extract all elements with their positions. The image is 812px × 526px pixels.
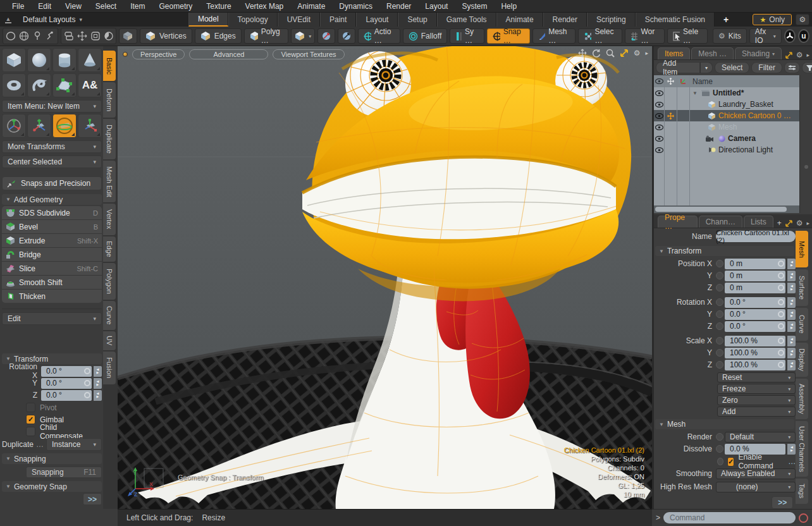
move-flag-icon[interactable]	[665, 110, 677, 121]
menu-item[interactable]: Item	[123, 2, 152, 11]
props-tab-surface[interactable]: Surface	[796, 269, 808, 306]
props-tab-display[interactable]: Display	[796, 343, 808, 377]
item-row-mesh[interactable]: Mesh	[654, 121, 799, 133]
add-item-button[interactable]: Add Item ▾	[656, 62, 713, 73]
sphere-logo-icon[interactable]	[784, 29, 796, 43]
sphere-primitive-button[interactable]	[27, 48, 51, 72]
mesh-ops-button[interactable]: Mesh …	[532, 28, 576, 44]
snapping-toggle-button[interactable]: Snapping F11	[26, 467, 102, 478]
scale-x-input[interactable]: 100.0 %	[725, 336, 785, 346]
filter-button[interactable]: Filter	[751, 62, 782, 73]
viewport-3d[interactable]: Perspective Advanced Viewport Textures ⚙…	[118, 46, 652, 509]
viewport-mode-dot-icon[interactable]	[123, 52, 128, 57]
move-gizmo-button[interactable]	[27, 114, 51, 138]
sidebar-tab-edge[interactable]: Edge	[103, 236, 116, 262]
channel-circle-icon[interactable]	[716, 260, 723, 267]
symmetry-button[interactable]: Sy …	[450, 28, 484, 44]
item-pivot-button[interactable]	[317, 28, 335, 44]
channel-circle-icon[interactable]	[716, 445, 723, 453]
position-y-input[interactable]: 0 m	[725, 271, 785, 281]
list-options-button[interactable]	[784, 62, 800, 73]
advanced-button[interactable]: Advanced	[189, 49, 268, 59]
mode-dropdown-button[interactable]: ▾	[291, 28, 315, 44]
channel-circle-icon[interactable]	[717, 458, 723, 465]
center-selected-dropdown[interactable]: Center Selected ▾	[2, 156, 102, 168]
add-item-dropdown[interactable]: ▾	[700, 62, 713, 73]
position-x-spinner[interactable]: ◀▶	[787, 259, 796, 269]
viewport-textures-button[interactable]: Viewport Textures	[273, 49, 344, 59]
action-center-button[interactable]: Actio …	[358, 28, 400, 44]
globe-icon[interactable]	[17, 29, 30, 43]
sidebar-tab-basic[interactable]: Basic	[103, 51, 116, 81]
scale-z-input[interactable]: 100.0 %	[725, 360, 785, 370]
bbox-icon[interactable]	[89, 29, 102, 43]
select-button[interactable]: Select	[715, 62, 749, 73]
sidebar-tab-polygon[interactable]: Polygon	[103, 263, 116, 300]
tool-smooth-shift[interactable]: Smooth Shift	[2, 276, 102, 289]
maximize-icon[interactable]	[620, 49, 629, 58]
item-row-laundry-basket[interactable]: Laundry_Basket	[654, 99, 799, 110]
sidebar-tab-uv[interactable]: UV	[103, 331, 116, 350]
tab-scripting[interactable]: Scripting	[587, 13, 636, 27]
channel-circle-icon[interactable]	[716, 349, 723, 357]
unreal-logo-icon[interactable]: u	[798, 29, 809, 43]
position-z-spinner[interactable]: ◀▶	[787, 283, 796, 293]
menu-geometry[interactable]: Geometry	[152, 2, 200, 11]
falloff-button[interactable]: Falloff	[403, 28, 447, 44]
layout-preset-dropdown[interactable]: Default Layouts ▾	[16, 13, 89, 27]
menu-texture[interactable]: Texture	[199, 2, 238, 11]
eye-icon[interactable]	[654, 144, 665, 156]
tab-mesh-list[interactable]: Mesh …	[691, 47, 734, 59]
rotation-y-spinner[interactable]: ◀▶	[787, 309, 796, 320]
rotate-gizmo-button[interactable]	[2, 114, 26, 138]
props-tab-curve[interactable]: Curve	[796, 308, 808, 341]
gear-icon[interactable]: ⚙	[796, 219, 803, 228]
kits-button[interactable]: ⚙Kits	[713, 28, 747, 44]
edit-dropdown[interactable]: Edit ▾	[2, 312, 102, 325]
tab-lists[interactable]: Lists	[744, 216, 773, 228]
child-compensate-checkbox-row[interactable]: Child Compensate	[2, 425, 102, 437]
tool-bevel[interactable]: BevelB	[2, 220, 102, 233]
rotation-z-spinner[interactable]: ◀▶	[94, 390, 102, 401]
menu-layout[interactable]: Layout	[418, 2, 455, 11]
smoothing-dropdown[interactable]: Always Enabled▾	[716, 468, 796, 479]
snaps-precision-button[interactable]: Snaps and Precision	[2, 176, 102, 190]
item-row-camera[interactable]: Camera	[654, 133, 799, 144]
layers-icon[interactable]	[62, 29, 75, 43]
tab-render[interactable]: Render	[543, 13, 587, 27]
channel-circle-icon[interactable]	[716, 298, 723, 306]
menu-select[interactable]: Select	[89, 2, 123, 11]
item-center-button[interactable]	[338, 28, 355, 44]
selection-button[interactable]: Sele …	[667, 28, 708, 44]
tool-thicken[interactable]: Thicken	[2, 290, 102, 303]
only-toggle-button[interactable]: ★ Only	[753, 14, 792, 25]
command-input[interactable]: Command	[663, 512, 796, 523]
afx-io-button[interactable]: Afx IO▾	[749, 28, 782, 44]
pivot-checkbox-row[interactable]: Pivot	[2, 401, 102, 413]
clock-icon[interactable]	[102, 29, 115, 43]
more-transforms-dropdown[interactable]: More Transforms ▾	[2, 140, 102, 153]
tab-uvedit[interactable]: UVEdit	[278, 13, 320, 27]
mesh-section-header[interactable]: ▼Mesh	[655, 419, 794, 429]
maximize-icon[interactable]	[785, 52, 792, 59]
props-tab-assembly[interactable]: Assembly	[796, 379, 808, 419]
gimbal-checkbox[interactable]: ✓	[26, 415, 35, 424]
vertices-mode-button[interactable]: Vertices	[140, 28, 192, 44]
freeze-button[interactable]: Freeze▾	[717, 384, 796, 394]
eye-icon[interactable]	[654, 133, 665, 144]
dissolve-input[interactable]: 0.0 %	[725, 444, 785, 455]
select-sets-button[interactable]: Selec …	[578, 28, 622, 44]
props-tab-tags[interactable]: Tags	[796, 479, 808, 504]
add-geometry-section[interactable]: ▼ Add Geometry	[2, 194, 102, 205]
add-button[interactable]: Add▾	[717, 407, 796, 417]
zoom-icon[interactable]	[606, 49, 615, 58]
tool-sds-subdivide[interactable]: SDS SubdivideD	[2, 206, 102, 219]
scale-gizmo-button[interactable]	[78, 114, 102, 138]
cylinder-primitive-button[interactable]	[52, 48, 77, 72]
menu-file[interactable]: File	[5, 2, 31, 11]
channel-circle-icon[interactable]	[716, 272, 723, 279]
item-list-hscrollbar[interactable]	[654, 205, 799, 213]
cube-primitive-button[interactable]	[2, 48, 26, 72]
layout-settings-button[interactable]: ⚙	[796, 14, 809, 25]
tool-slice[interactable]: SliceShift-C	[2, 262, 102, 275]
